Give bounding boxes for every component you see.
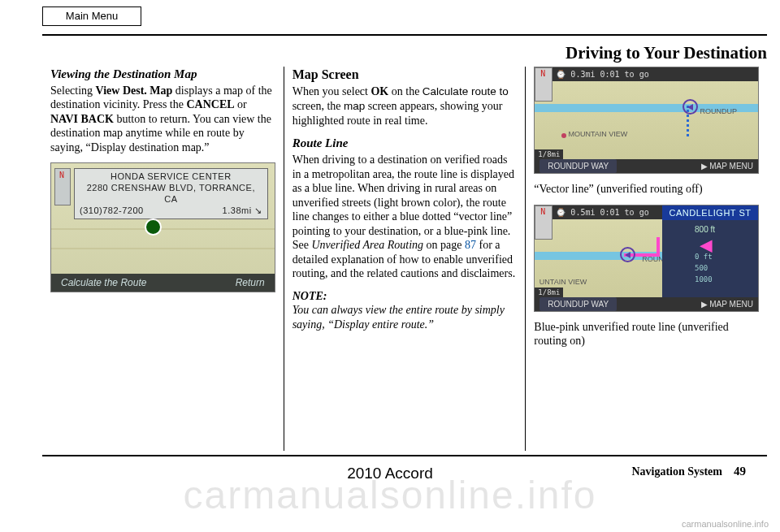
section-title: Driving to Your Destination [566,43,767,63]
calc-route-to-label: Calculate route to [422,85,509,97]
unverified-routing-ref: Unverified Area Routing [311,239,423,251]
top-status-bar: ⌚ 0.3mi 0:01 to go [552,67,758,81]
text: When you select [292,85,371,97]
screenshot-destination-map: HONDA SERVICE CENTER 2280 CRENSHAW BLVD,… [50,162,275,292]
column-1: Viewing the Destination Map Selecting Vi… [42,67,284,451]
text: or [235,98,247,110]
dest-name: HONDA SERVICE CENTER [80,171,262,183]
rule-top [42,34,767,36]
map-menu-button[interactable]: ▶ MAP MENU [701,159,754,173]
cancel-label: CANCEL [186,98,234,110]
text: Selecting [50,84,96,97]
turn-arrow-icon: ◀ [700,236,758,253]
navi-back-label: NAVI BACK [50,113,114,125]
dist-ticks: 0 ft 500 1000 [695,253,758,287]
content-columns: Viewing the Destination Map Selecting Vi… [42,67,767,451]
column-2: Map Screen When you select OK on the Cal… [284,67,526,451]
caption-blue-pink: Blue-pink unverified route line (unverif… [534,320,759,348]
doc-title: Navigation System [631,465,722,478]
tick: 0 ft [695,253,758,264]
col2-p2: When driving to a destination on verifie… [292,153,518,281]
compass-icon [54,168,71,205]
footer-doc-title: Navigation System 49 [631,465,746,478]
rule-bottom [42,455,767,456]
current-road: ROUNDUP WAY [540,159,617,173]
main-menu-button[interactable]: Main Menu [42,6,141,26]
map-label: map [344,100,365,112]
page-number: 49 [734,465,746,478]
scale-label: 1/8mi [535,149,563,159]
dest-bottom-bar: Calculate the Route Return [51,274,275,292]
return-button[interactable]: Return [236,277,265,289]
map-canvas: ROUNDUP MOUNTAIN VIEW [535,81,758,159]
caption-vector-line: “Vector line” (unverified routing off) [534,182,759,197]
scale-label: 1/8mi [535,288,563,297]
note-label: NOTE: [292,289,518,304]
vehicle-icon [682,99,698,115]
screenshot-blue-pink: ⌚ 0.5mi 0:01 to go ROUNDUP UNTAIN VIEW C… [534,205,759,312]
column-3: ⌚ 0.3mi 0:01 to go ROUNDUP MOUNTAIN VIEW… [525,67,767,451]
guidance-panel: CANDLELIGHT ST 800 ft ◀ 0 ft 500 1000 [662,205,758,297]
current-road: ROUNDUP WAY [540,297,617,311]
view-dest-map-label: View Dest. Map [96,84,173,97]
note-text: You can always view the entire route by … [292,303,518,331]
text: on the [388,85,422,97]
road-label: ROUNDUP [700,107,738,116]
screenshot-vector-line: ⌚ 0.3mi 0:01 to go ROUNDUP MOUNTAIN VIEW… [534,67,759,174]
map-menu-button[interactable]: ▶ MAP MENU [701,297,754,311]
col2-heading: Map Screen [292,67,518,83]
tick: 1000 [695,275,758,287]
text: on page [423,239,465,251]
vehicle-icon [620,247,635,262]
bottom-bar: ROUNDUP WAY ▶ MAP MENU [535,297,758,311]
col2-p1: When you select OK on the Calculate rout… [292,84,518,128]
road-label: UNTAIN VIEW [540,278,587,287]
town-dot-icon [561,133,566,138]
ok-label: OK [370,85,388,97]
pink-route-icon [656,237,660,257]
col2-subheading: Route Line [292,136,518,151]
watermark-small: carmanualsonline.info [682,519,769,529]
bottom-bar: ROUNDUP WAY ▶ MAP MENU [535,159,758,173]
road-label: MOUNTAIN VIEW [569,130,628,139]
map-roads [51,210,275,274]
tick: 500 [695,264,758,275]
text: When driving to a destination on verifie… [292,154,514,251]
page-link-87[interactable]: 87 [465,239,476,251]
text: screen, the [292,100,344,112]
col1-paragraph: Selecting View Dest. Map displays a map … [50,84,275,155]
next-street: CANDLELIGHT ST [662,205,758,220]
calc-route-button[interactable]: Calculate the Route [61,277,146,289]
col1-heading: Viewing the Destination Map [50,67,275,82]
dest-address: 2280 CRENSHAW BLVD, TORRANCE, CA [80,183,262,205]
